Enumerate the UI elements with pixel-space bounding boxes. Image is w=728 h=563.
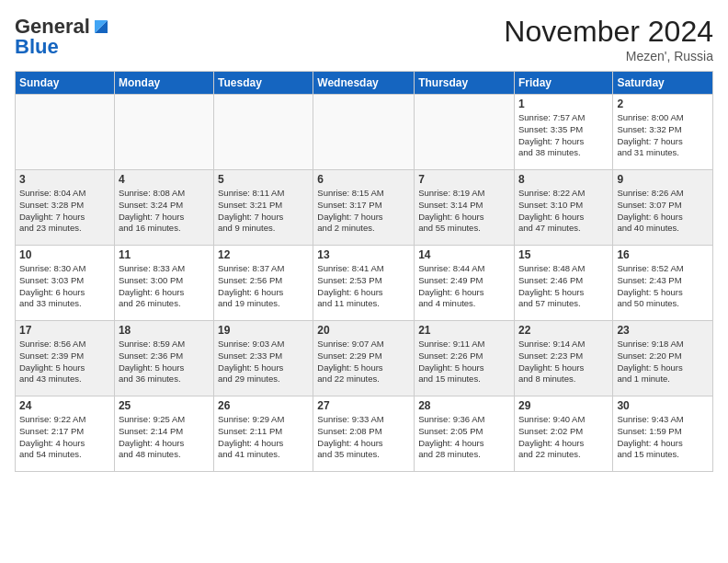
day-number: 9 xyxy=(617,173,709,186)
day-info: Sunrise: 8:56 AM Sunset: 2:39 PM Dayligh… xyxy=(19,339,110,385)
day-number: 5 xyxy=(218,173,309,186)
day-info: Sunrise: 8:15 AM Sunset: 3:17 PM Dayligh… xyxy=(317,188,410,235)
day-info: Sunrise: 9:33 AM Sunset: 2:08 PM Dayligh… xyxy=(317,414,410,461)
day-info: Sunrise: 9:25 AM Sunset: 2:14 PM Dayligh… xyxy=(119,414,210,461)
day-number: 26 xyxy=(218,399,309,412)
day-info: Sunrise: 8:30 AM Sunset: 3:03 PM Dayligh… xyxy=(19,263,110,310)
table-row: 9Sunrise: 8:26 AM Sunset: 3:07 PM Daylig… xyxy=(613,170,713,246)
header: General Blue November 2024 Mezen', Russi… xyxy=(15,15,713,63)
table-row: 8Sunrise: 8:22 AM Sunset: 3:10 PM Daylig… xyxy=(514,170,612,246)
table-row xyxy=(415,95,515,170)
table-row: 15Sunrise: 8:48 AM Sunset: 2:46 PM Dayli… xyxy=(514,246,612,321)
day-info: Sunrise: 8:11 AM Sunset: 3:21 PM Dayligh… xyxy=(218,188,309,235)
page: General Blue November 2024 Mezen', Russi… xyxy=(0,0,728,563)
day-number: 25 xyxy=(119,399,210,412)
day-number: 30 xyxy=(617,399,709,412)
table-row xyxy=(313,95,415,170)
table-row: 3Sunrise: 8:04 AM Sunset: 3:28 PM Daylig… xyxy=(16,170,115,246)
table-row: 13Sunrise: 8:41 AM Sunset: 2:53 PM Dayli… xyxy=(313,246,415,321)
table-row: 25Sunrise: 9:25 AM Sunset: 2:14 PM Dayli… xyxy=(114,396,213,472)
table-row: 24Sunrise: 9:22 AM Sunset: 2:17 PM Dayli… xyxy=(16,396,115,472)
day-number: 3 xyxy=(19,173,110,186)
day-info: Sunrise: 8:48 AM Sunset: 2:46 PM Dayligh… xyxy=(518,263,609,310)
calendar-header-tuesday: Tuesday xyxy=(214,72,313,95)
table-row: 17Sunrise: 8:56 AM Sunset: 2:39 PM Dayli… xyxy=(16,321,115,396)
day-number: 8 xyxy=(518,173,609,186)
day-info: Sunrise: 9:22 AM Sunset: 2:17 PM Dayligh… xyxy=(19,414,110,461)
day-number: 24 xyxy=(19,399,110,412)
table-row: 27Sunrise: 9:33 AM Sunset: 2:08 PM Dayli… xyxy=(313,396,415,472)
calendar-week-1: 1Sunrise: 7:57 AM Sunset: 3:35 PM Daylig… xyxy=(16,95,713,170)
day-info: Sunrise: 9:40 AM Sunset: 2:02 PM Dayligh… xyxy=(518,414,609,461)
day-info: Sunrise: 8:22 AM Sunset: 3:10 PM Dayligh… xyxy=(518,188,609,235)
day-number: 11 xyxy=(119,248,210,261)
table-row: 1Sunrise: 7:57 AM Sunset: 3:35 PM Daylig… xyxy=(514,95,612,170)
calendar-header-thursday: Thursday xyxy=(415,72,515,95)
logo: General Blue xyxy=(15,15,112,59)
table-row: 16Sunrise: 8:52 AM Sunset: 2:43 PM Dayli… xyxy=(613,246,713,321)
day-info: Sunrise: 9:36 AM Sunset: 2:05 PM Dayligh… xyxy=(418,414,510,461)
day-number: 19 xyxy=(218,324,309,337)
table-row: 5Sunrise: 8:11 AM Sunset: 3:21 PM Daylig… xyxy=(214,170,313,246)
table-row: 2Sunrise: 8:00 AM Sunset: 3:32 PM Daylig… xyxy=(613,95,713,170)
location: Mezen', Russia xyxy=(504,49,713,63)
table-row: 20Sunrise: 9:07 AM Sunset: 2:29 PM Dayli… xyxy=(313,321,415,396)
table-row: 11Sunrise: 8:33 AM Sunset: 3:00 PM Dayli… xyxy=(114,246,213,321)
table-row: 7Sunrise: 8:19 AM Sunset: 3:14 PM Daylig… xyxy=(415,170,515,246)
day-info: Sunrise: 8:52 AM Sunset: 2:43 PM Dayligh… xyxy=(617,263,709,310)
month-title: November 2024 xyxy=(504,15,713,49)
day-number: 21 xyxy=(418,324,510,337)
table-row: 28Sunrise: 9:36 AM Sunset: 2:05 PM Dayli… xyxy=(415,396,515,472)
table-row: 26Sunrise: 9:29 AM Sunset: 2:11 PM Dayli… xyxy=(214,396,313,472)
day-number: 27 xyxy=(317,399,410,412)
day-info: Sunrise: 9:43 AM Sunset: 1:59 PM Dayligh… xyxy=(617,414,709,461)
day-number: 28 xyxy=(418,399,510,412)
table-row: 4Sunrise: 8:08 AM Sunset: 3:24 PM Daylig… xyxy=(114,170,213,246)
day-info: Sunrise: 7:57 AM Sunset: 3:35 PM Dayligh… xyxy=(518,112,609,159)
table-row: 29Sunrise: 9:40 AM Sunset: 2:02 PM Dayli… xyxy=(514,396,612,472)
day-number: 4 xyxy=(119,173,210,186)
table-row: 19Sunrise: 9:03 AM Sunset: 2:33 PM Dayli… xyxy=(214,321,313,396)
day-number: 18 xyxy=(119,324,210,337)
calendar-table: SundayMondayTuesdayWednesdayThursdayFrid… xyxy=(15,71,713,472)
table-row: 18Sunrise: 8:59 AM Sunset: 2:36 PM Dayli… xyxy=(114,321,213,396)
table-row: 10Sunrise: 8:30 AM Sunset: 3:03 PM Dayli… xyxy=(16,246,115,321)
day-info: Sunrise: 8:04 AM Sunset: 3:28 PM Dayligh… xyxy=(19,188,110,235)
day-number: 12 xyxy=(218,248,309,261)
day-info: Sunrise: 9:29 AM Sunset: 2:11 PM Dayligh… xyxy=(218,414,309,461)
day-info: Sunrise: 8:00 AM Sunset: 3:32 PM Dayligh… xyxy=(617,112,709,159)
day-info: Sunrise: 8:37 AM Sunset: 2:56 PM Dayligh… xyxy=(218,263,309,310)
day-info: Sunrise: 8:44 AM Sunset: 2:49 PM Dayligh… xyxy=(418,263,510,310)
day-info: Sunrise: 8:19 AM Sunset: 3:14 PM Dayligh… xyxy=(418,188,510,235)
day-number: 14 xyxy=(418,248,510,261)
table-row: 30Sunrise: 9:43 AM Sunset: 1:59 PM Dayli… xyxy=(613,396,713,472)
day-info: Sunrise: 9:18 AM Sunset: 2:20 PM Dayligh… xyxy=(617,339,709,385)
day-number: 29 xyxy=(518,399,609,412)
table-row: 21Sunrise: 9:11 AM Sunset: 2:26 PM Dayli… xyxy=(415,321,515,396)
day-number: 6 xyxy=(317,173,410,186)
day-info: Sunrise: 8:41 AM Sunset: 2:53 PM Dayligh… xyxy=(317,263,410,310)
calendar-header-saturday: Saturday xyxy=(613,72,713,95)
day-info: Sunrise: 9:03 AM Sunset: 2:33 PM Dayligh… xyxy=(218,339,309,385)
table-row: 14Sunrise: 8:44 AM Sunset: 2:49 PM Dayli… xyxy=(415,246,515,321)
day-info: Sunrise: 8:08 AM Sunset: 3:24 PM Dayligh… xyxy=(119,188,210,235)
calendar-week-2: 3Sunrise: 8:04 AM Sunset: 3:28 PM Daylig… xyxy=(16,170,713,246)
day-number: 10 xyxy=(19,248,110,261)
day-number: 13 xyxy=(317,248,410,261)
day-number: 7 xyxy=(418,173,510,186)
day-number: 1 xyxy=(518,98,609,110)
day-info: Sunrise: 9:11 AM Sunset: 2:26 PM Dayligh… xyxy=(418,339,510,385)
calendar-week-4: 17Sunrise: 8:56 AM Sunset: 2:39 PM Dayli… xyxy=(16,321,713,396)
logo-blue: Blue xyxy=(15,35,59,59)
day-info: Sunrise: 8:26 AM Sunset: 3:07 PM Dayligh… xyxy=(617,188,709,235)
day-number: 15 xyxy=(518,248,609,261)
table-row xyxy=(114,95,213,170)
calendar-header-wednesday: Wednesday xyxy=(313,72,415,95)
calendar-header-sunday: Sunday xyxy=(16,72,115,95)
day-info: Sunrise: 8:59 AM Sunset: 2:36 PM Dayligh… xyxy=(119,339,210,385)
day-number: 22 xyxy=(518,324,609,337)
day-number: 20 xyxy=(317,324,410,337)
title-block: November 2024 Mezen', Russia xyxy=(504,15,713,63)
table-row: 22Sunrise: 9:14 AM Sunset: 2:23 PM Dayli… xyxy=(514,321,612,396)
calendar-week-3: 10Sunrise: 8:30 AM Sunset: 3:03 PM Dayli… xyxy=(16,246,713,321)
